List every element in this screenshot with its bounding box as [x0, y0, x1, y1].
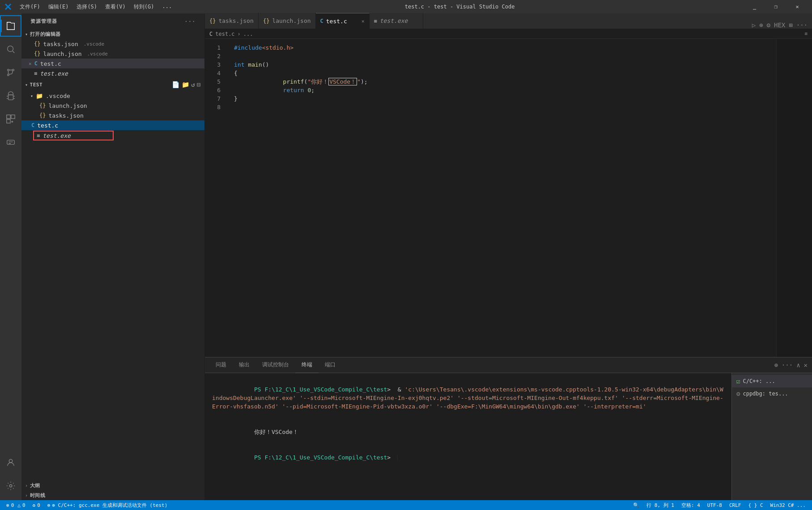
- tab-tasks-json[interactable]: {} tasks.json: [205, 13, 259, 29]
- open-file-test-exe[interactable]: ≡ test.exe: [21, 68, 204, 78]
- svg-point-10: [9, 484, 12, 487]
- split-button[interactable]: ⊞: [789, 21, 792, 29]
- open-file-name: tasks.json: [43, 41, 78, 47]
- vscode-logo: [4, 3, 13, 11]
- folder-label: .vscode: [87, 51, 108, 57]
- panel-sidebar-label: C/C++: ...: [743, 378, 775, 384]
- int-keyword: int: [234, 60, 244, 69]
- panel-more-button[interactable]: ···: [782, 361, 793, 369]
- workspace-section-header[interactable]: ▾ TEST 📄 📁 ↺ ⊟: [21, 78, 204, 91]
- panel-close-button[interactable]: ✕: [804, 361, 808, 369]
- refresh-button[interactable]: ↺: [191, 81, 195, 88]
- tab-test-c[interactable]: C test.c ✕: [316, 13, 370, 29]
- test-c-item[interactable]: C test.c: [21, 120, 204, 130]
- activity-settings[interactable]: [0, 475, 21, 497]
- test-exe-item[interactable]: ≡ test.exe: [33, 131, 114, 140]
- terminal-prompt-2: >: [387, 454, 394, 461]
- activity-extensions[interactable]: [0, 108, 21, 130]
- panel-tab-ports[interactable]: 端口: [319, 357, 342, 373]
- status-spaces[interactable]: 空格: 4: [678, 500, 704, 510]
- menu-edit[interactable]: 编辑(E): [45, 2, 72, 12]
- code-content[interactable]: #include<stdio.h> int main() { printf("你…: [225, 39, 776, 357]
- check-icon: ☑: [736, 378, 740, 385]
- new-terminal-button[interactable]: ⊕: [774, 361, 778, 369]
- return-keyword: return: [283, 86, 304, 94]
- outline-section[interactable]: › 大纲: [21, 480, 204, 490]
- tab-label: test.c: [326, 18, 347, 25]
- panel-actions: ⊕ ··· ∧ ✕: [774, 361, 808, 369]
- open-file-tasks-json[interactable]: {} tasks.json .vscode: [21, 39, 204, 49]
- terminal-line-2: 你好！VSCode！: [212, 419, 724, 445]
- run-button[interactable]: ▷: [752, 21, 756, 29]
- activity-remote[interactable]: [0, 132, 21, 153]
- menu-file[interactable]: 文件(F): [16, 2, 44, 12]
- new-folder-button[interactable]: 📁: [182, 81, 190, 88]
- workspace-chevron: ▾: [25, 82, 28, 87]
- status-search[interactable]: 🔍: [629, 500, 643, 510]
- activity-account[interactable]: [0, 452, 21, 473]
- sync-count: 0: [37, 502, 40, 508]
- tab-settings-button[interactable]: ⚙: [767, 21, 770, 29]
- semicolon: ;: [311, 86, 315, 94]
- gear-icon: ⚙: [736, 390, 740, 397]
- tab-test-exe[interactable]: ≡ test.exe: [370, 13, 423, 29]
- tab-icon: {}: [209, 18, 216, 24]
- svg-rect-6: [11, 115, 15, 119]
- encoding-label: UTF-8: [707, 502, 722, 508]
- tab-launch-json[interactable]: {} launch.json: [259, 13, 316, 29]
- panel-expand-button[interactable]: ∧: [796, 361, 800, 369]
- panel-sidebar-cppdbg[interactable]: ⚙ cppdbg: tes...: [732, 387, 812, 400]
- breadcrumb-file[interactable]: C: [209, 31, 213, 37]
- task-label: ⊕ C/C++: gcc.exe 生成和调试活动文件 (test): [52, 502, 167, 509]
- status-language[interactable]: { } C: [744, 500, 766, 510]
- open-file-test-c[interactable]: ✕ C test.c: [21, 59, 204, 68]
- status-eol[interactable]: CRLF: [726, 500, 745, 510]
- panel-tab-terminal[interactable]: 终端: [295, 357, 319, 373]
- tab-label: launch.json: [272, 17, 310, 24]
- menu-view[interactable]: 查看(V): [102, 2, 129, 12]
- panel-sidebar-cpp[interactable]: ☑ C/C++: ...: [732, 375, 812, 387]
- status-platform[interactable]: Win32 C# ...: [767, 500, 809, 510]
- exe-icon: ≡: [34, 70, 37, 76]
- open-file-launch-json[interactable]: {} launch.json .vscode: [21, 49, 204, 59]
- minimap-toggle[interactable]: ≡: [804, 31, 808, 37]
- parens: (): [262, 60, 269, 69]
- launch-json-item[interactable]: {} launch.json: [21, 101, 204, 110]
- sidebar-more-button[interactable]: ···: [184, 18, 196, 25]
- collapse-button[interactable]: ⊟: [197, 81, 201, 88]
- menu-goto[interactable]: 转到(G): [130, 2, 158, 12]
- breadcrumb-filename[interactable]: test.c: [215, 31, 234, 37]
- activity-explorer[interactable]: [0, 15, 21, 37]
- more-button[interactable]: ···: [796, 21, 808, 29]
- terminal-cursor: █: [394, 454, 398, 461]
- status-sync[interactable]: ♻ 0: [29, 500, 44, 510]
- panel-tab-problems[interactable]: 问题: [209, 357, 233, 373]
- activity-debug[interactable]: [0, 85, 21, 106]
- maximize-button[interactable]: ❐: [765, 0, 786, 13]
- debug-button[interactable]: ⊕: [759, 21, 763, 29]
- menu-more[interactable]: ...: [158, 2, 175, 12]
- tasks-json-item[interactable]: {} tasks.json: [21, 110, 204, 120]
- status-position[interactable]: 行 8, 列 1: [643, 500, 678, 510]
- status-errors[interactable]: ⊗ 0 △ 0: [3, 500, 29, 510]
- close-button[interactable]: ✕: [787, 0, 808, 13]
- timeline-section[interactable]: › 时间线: [21, 490, 204, 500]
- minimize-button[interactable]: ⎯: [744, 0, 765, 13]
- activity-search[interactable]: [0, 38, 21, 60]
- panel-tab-debug-console[interactable]: 调试控制台: [256, 357, 295, 373]
- new-file-button[interactable]: 📄: [172, 81, 180, 88]
- tab-close-button[interactable]: ✕: [361, 18, 365, 24]
- hex-button[interactable]: HEX: [774, 21, 785, 29]
- breadcrumb-more[interactable]: ...: [243, 31, 253, 37]
- vscode-folder[interactable]: ▾ 📁 .vscode: [21, 91, 204, 101]
- terminal-arg-pid: '--pid=Microsoft-MIEngine-Pid-vbtw3xza.o…: [282, 403, 433, 410]
- menu-selection[interactable]: 选择(S): [73, 2, 101, 12]
- status-encoding[interactable]: UTF-8: [704, 500, 726, 510]
- terminal-arg-dbg: '--dbgExe=F:\MinGW64\mingw64\bin\gdb.exe…: [436, 403, 580, 410]
- open-editors-section[interactable]: ▾ 打开的编辑器: [21, 29, 204, 39]
- status-task[interactable]: ⊕ ⊕ C/C++: gcc.exe 生成和调试活动文件 (test): [44, 500, 171, 510]
- close-icon[interactable]: ✕: [29, 61, 32, 67]
- activity-git[interactable]: [0, 62, 21, 83]
- terminal-content[interactable]: PS F:\12_C\1_Use_VSCode_Compile_C\test> …: [205, 373, 731, 500]
- panel-tab-output[interactable]: 输出: [233, 357, 256, 373]
